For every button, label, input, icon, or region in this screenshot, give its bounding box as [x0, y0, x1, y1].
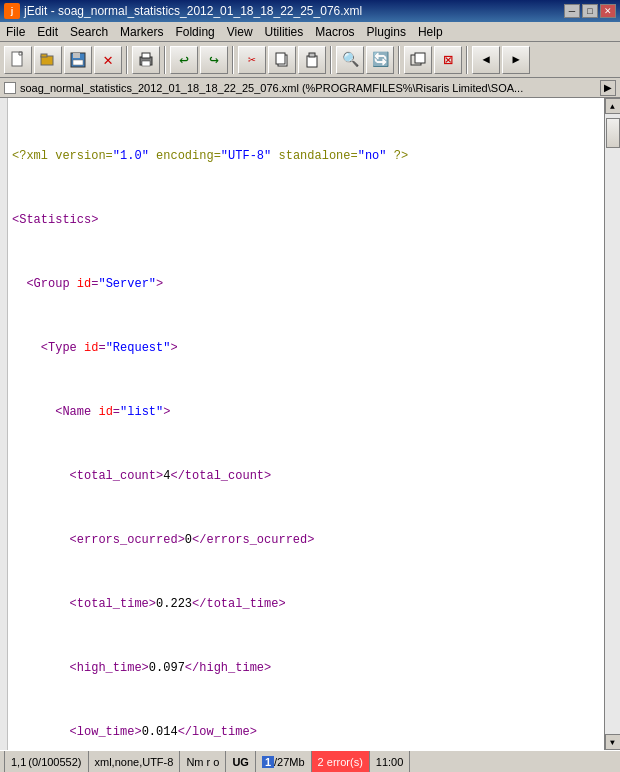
menu-folding[interactable]: Folding: [169, 22, 220, 41]
new-window-btn[interactable]: [404, 46, 432, 74]
filepath-bar: soag_normal_statistics_2012_01_18_18_22_…: [0, 78, 620, 98]
prev-btn[interactable]: ◀: [472, 46, 500, 74]
code-line-6: <total_count>4</total_count>: [12, 468, 600, 484]
save-file-btn[interactable]: [64, 46, 92, 74]
svg-rect-13: [307, 56, 317, 67]
menu-search[interactable]: Search: [64, 22, 114, 41]
scroll-thumb[interactable]: [606, 118, 620, 148]
line-gutter: [0, 98, 8, 750]
menu-plugins[interactable]: Plugins: [361, 22, 412, 41]
minimize-button[interactable]: ─: [564, 4, 580, 18]
scroll-up-btn[interactable]: ▲: [605, 98, 621, 114]
toolbar-separator-5: [398, 46, 400, 74]
copy-btn[interactable]: [268, 46, 296, 74]
toolbar-separator-1: [126, 46, 128, 74]
svg-rect-9: [142, 53, 150, 58]
code-line-8: <total_time>0.223</total_time>: [12, 596, 600, 612]
window-controls: ─ □ ✕: [564, 4, 616, 18]
code-line-5: <Name id="list">: [12, 404, 600, 420]
title-bar-left: j jEdit - soag_normal_statistics_2012_01…: [4, 3, 362, 19]
scroll-track: [605, 114, 620, 734]
print-btn[interactable]: [132, 46, 160, 74]
next-btn[interactable]: ▶: [502, 46, 530, 74]
editor-content[interactable]: <?xml version="1.0" encoding="UTF-8" sta…: [8, 98, 604, 750]
page-indicator: 1: [262, 756, 274, 768]
editor-container: <?xml version="1.0" encoding="UTF-8" sta…: [0, 98, 620, 750]
menu-utilities[interactable]: Utilities: [259, 22, 310, 41]
menu-file[interactable]: File: [0, 22, 31, 41]
scrollbar-right: ▲ ▼: [604, 98, 620, 750]
svg-rect-0: [12, 52, 22, 66]
code-line-9: <high_time>0.097</high_time>: [12, 660, 600, 676]
cut-btn[interactable]: ✂: [238, 46, 266, 74]
search-btn[interactable]: 🔍: [336, 46, 364, 74]
code-line-1: <?xml version="1.0" encoding="UTF-8" sta…: [12, 148, 600, 164]
svg-rect-4: [41, 54, 47, 57]
toolbar: ✕ ↩ ↪ ✂ 🔍 🔄: [0, 42, 620, 78]
redo-btn[interactable]: ↪: [200, 46, 228, 74]
status-position: 1,1 (0/100552): [4, 751, 89, 772]
new-file-btn[interactable]: [4, 46, 32, 74]
svg-rect-16: [415, 53, 425, 63]
code-line-3: <Group id="Server">: [12, 276, 600, 292]
paste-btn[interactable]: [298, 46, 326, 74]
svg-rect-10: [142, 61, 150, 66]
replace-btn[interactable]: 🔄: [366, 46, 394, 74]
title-bar: j jEdit - soag_normal_statistics_2012_01…: [0, 0, 620, 22]
menu-markers[interactable]: Markers: [114, 22, 169, 41]
close-window-btn[interactable]: ⊠: [434, 46, 462, 74]
status-time: 11:00: [370, 751, 411, 772]
menu-view[interactable]: View: [221, 22, 259, 41]
app-icon: j: [4, 3, 20, 19]
menu-macros[interactable]: Macros: [309, 22, 360, 41]
menu-edit[interactable]: Edit: [31, 22, 64, 41]
open-file-btn[interactable]: [34, 46, 62, 74]
toolbar-separator-4: [330, 46, 332, 74]
code-line-10: <low_time>0.014</low_time>: [12, 724, 600, 740]
status-errors: 2 error(s): [312, 751, 370, 772]
status-bar: 1,1 (0/100552) xml,none,UTF-8 Nm r o UG …: [0, 750, 620, 772]
filepath-scroll-btn[interactable]: ▶: [600, 80, 616, 96]
code-line-2: <Statistics>: [12, 212, 600, 228]
svg-rect-6: [73, 53, 80, 58]
menu-bar: File Edit Search Markers Folding View Ut…: [0, 22, 620, 42]
code-line-4: <Type id="Request">: [12, 340, 600, 356]
menu-help[interactable]: Help: [412, 22, 449, 41]
status-format: xml,none,UTF-8: [89, 751, 181, 772]
svg-rect-14: [309, 53, 315, 57]
toolbar-separator-2: [164, 46, 166, 74]
code-area[interactable]: <?xml version="1.0" encoding="UTF-8" sta…: [12, 100, 600, 748]
code-line-7: <errors_ocurred>0</errors_ocurred>: [12, 532, 600, 548]
status-ug: UG: [226, 751, 256, 772]
close-button[interactable]: ✕: [600, 4, 616, 18]
window-title: jEdit - soag_normal_statistics_2012_01_1…: [24, 4, 362, 18]
status-page: 1/27Mb: [256, 751, 312, 772]
filepath-text: soag_normal_statistics_2012_01_18_18_22_…: [20, 82, 600, 94]
undo-btn[interactable]: ↩: [170, 46, 198, 74]
svg-rect-12: [276, 53, 285, 64]
toolbar-separator-6: [466, 46, 468, 74]
maximize-button[interactable]: □: [582, 4, 598, 18]
filepath-checkbox[interactable]: [4, 82, 16, 94]
toolbar-separator-3: [232, 46, 234, 74]
status-mode: Nm r o: [180, 751, 226, 772]
svg-rect-7: [73, 60, 83, 65]
close-file-btn[interactable]: ✕: [94, 46, 122, 74]
scroll-down-btn[interactable]: ▼: [605, 734, 621, 750]
